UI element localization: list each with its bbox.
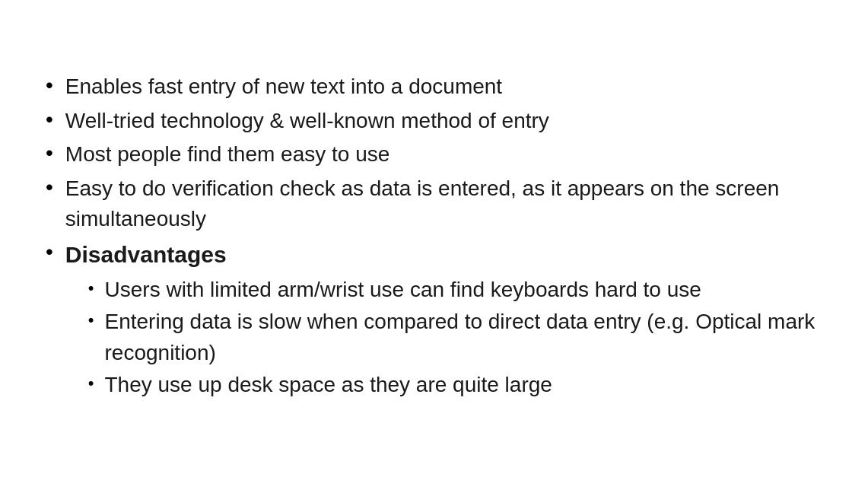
content-area: • Enables fast entry of new text into a … bbox=[46, 72, 822, 405]
advantage-item-1: Enables fast entry of new text into a do… bbox=[65, 72, 502, 103]
disadvantages-heading-item: • Disadvantages • Users with limited arm… bbox=[46, 238, 822, 402]
sub-bullet-icon: • bbox=[88, 275, 94, 301]
list-item: • Most people find them easy to use bbox=[46, 139, 822, 170]
list-item: • Well-tried technology & well-known met… bbox=[46, 106, 822, 137]
disadvantage-item-3: They use up desk space as they are quite… bbox=[105, 370, 552, 401]
bullet-icon: • bbox=[46, 237, 53, 266]
advantage-item-2: Well-tried technology & well-known metho… bbox=[65, 106, 549, 137]
list-item: • Easy to do verification check as data … bbox=[46, 173, 822, 235]
list-item: • Enables fast entry of new text into a … bbox=[46, 72, 822, 103]
sub-bullet-icon: • bbox=[88, 370, 94, 396]
disadvantage-item-2: Entering data is slow when compared to d… bbox=[105, 307, 822, 368]
bullet-icon: • bbox=[46, 172, 53, 202]
advantage-item-4: Easy to do verification check as data is… bbox=[65, 173, 822, 235]
list-item: • Users with limited arm/wrist use can f… bbox=[65, 275, 822, 306]
disadvantages-heading: Disadvantages bbox=[65, 242, 227, 267]
list-item: • Entering data is slow when compared to… bbox=[65, 307, 822, 368]
advantage-item-3: Most people find them easy to use bbox=[65, 139, 389, 170]
list-item: • They use up desk space as they are qui… bbox=[65, 370, 822, 401]
sub-list: • Users with limited arm/wrist use can f… bbox=[65, 275, 822, 401]
bullet-icon: • bbox=[46, 70, 53, 100]
bullet-icon: • bbox=[46, 138, 53, 167]
main-list: • Enables fast entry of new text into a … bbox=[46, 72, 822, 402]
disadvantage-item-1: Users with limited arm/wrist use can fin… bbox=[105, 275, 701, 306]
sub-bullet-icon: • bbox=[88, 307, 94, 332]
bullet-icon: • bbox=[46, 104, 53, 134]
